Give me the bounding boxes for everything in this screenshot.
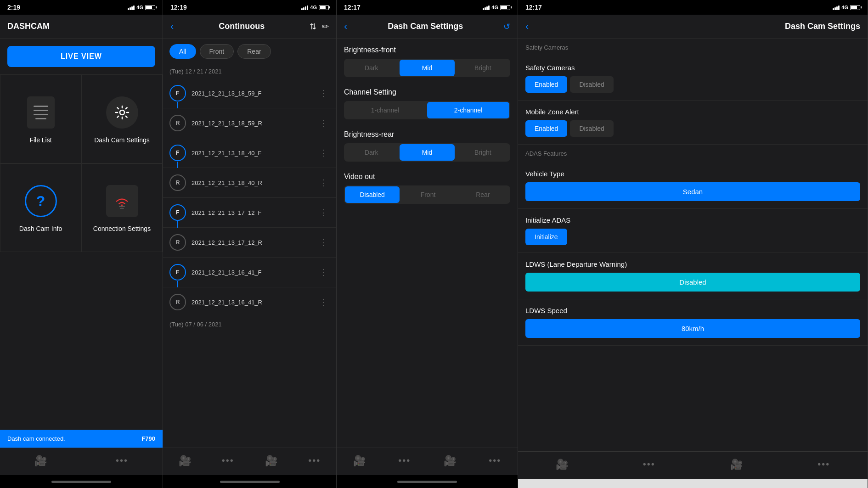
back-button-3[interactable]: ‹ xyxy=(344,21,347,33)
live-view-button[interactable]: LIVE VIEW xyxy=(7,46,155,67)
filter-bar: All Front Rear xyxy=(163,39,336,64)
battery-icon-4 xyxy=(850,5,860,10)
tab-camera-6[interactable]: 🎥 xyxy=(518,455,605,473)
edit-icon[interactable]: ✏ xyxy=(322,22,329,32)
tab-more-6[interactable]: ••• xyxy=(605,455,693,473)
safety-cameras-disabled[interactable]: Disabled xyxy=(570,76,613,93)
filter-rear[interactable]: Rear xyxy=(237,44,271,59)
file-menu-4[interactable]: ⋮ xyxy=(318,176,330,190)
file-menu-3[interactable]: ⋮ xyxy=(318,146,330,160)
file-row-6[interactable]: R 2021_12_21_13_17_12_R ⋮ xyxy=(163,228,336,258)
sort-icon[interactable]: ⇅ xyxy=(310,22,316,32)
tab-bar-4: 🎥 ••• 🎥 ••• xyxy=(518,451,868,479)
file-line-2 xyxy=(34,110,48,111)
camera-icon-5: 🎥 xyxy=(444,455,456,467)
signal-bars-3 xyxy=(483,5,490,10)
channel-label: Channel Setting xyxy=(344,88,510,96)
network-type-4: 4G xyxy=(841,5,848,10)
back-button-4[interactable]: ‹ xyxy=(525,21,529,33)
mobile-zone-disabled[interactable]: Disabled xyxy=(570,120,613,137)
setting-channel: Channel Setting 1-channel 2-channel xyxy=(344,88,510,119)
brightness-front-mid[interactable]: Mid xyxy=(400,60,454,76)
camera-icon-3: 🎥 xyxy=(265,455,277,467)
tab-more-1[interactable]: ••• xyxy=(81,452,163,470)
brightness-front-toggle: Dark Mid Bright xyxy=(344,59,510,77)
tab-more-5[interactable]: ••• xyxy=(473,452,518,470)
status-bar-4: 12:17 4G xyxy=(518,0,868,15)
grid-item-dash-cam-settings[interactable]: Dash Cam Settings xyxy=(81,74,163,163)
initialize-btn[interactable]: Initialize xyxy=(525,229,567,245)
mobile-zone-enabled[interactable]: Enabled xyxy=(525,120,567,137)
tab-camera-1[interactable]: 🎥 xyxy=(0,452,81,470)
grid-item-file-list[interactable]: File List xyxy=(0,74,81,163)
file-name-8: 2021_12_21_13_16_41_R xyxy=(192,299,318,306)
back-button-2[interactable]: ‹ xyxy=(170,21,174,33)
file-row-7[interactable]: F 2021_12_21_13_16_41_F ⋮ xyxy=(163,258,336,287)
file-row-8[interactable]: R 2021_12_21_13_16_41_R ⋮ xyxy=(163,287,336,317)
dots-icon-1: ••• xyxy=(116,455,128,466)
tab-camera-4[interactable]: 🎥 xyxy=(337,452,382,470)
ldws-speed-btn[interactable]: 80km/h xyxy=(525,319,860,338)
file-menu-8[interactable]: ⋮ xyxy=(318,295,330,309)
filter-all[interactable]: All xyxy=(169,44,196,59)
file-row-4[interactable]: R 2021_12_21_13_18_40_R ⋮ xyxy=(163,168,336,198)
safety-cameras-enabled[interactable]: Enabled xyxy=(525,76,567,93)
battery-icon-1 xyxy=(145,5,155,10)
tab-more-7[interactable]: ••• xyxy=(780,455,868,473)
file-list-label: File List xyxy=(29,136,51,144)
channel-2[interactable]: 2-channel xyxy=(427,102,509,118)
file-row-2[interactable]: R 2021_12_21_13_18_59_R ⋮ xyxy=(163,108,336,138)
badge-F-1: F xyxy=(169,85,186,101)
adas-item-ldws: LDWS (Lane Departure Warning) Disabled xyxy=(518,253,868,299)
refresh-icon[interactable]: ↺ xyxy=(503,22,510,32)
brightness-rear-mid[interactable]: Mid xyxy=(400,144,454,161)
file-row-5[interactable]: F 2021_12_21_13_17_12_F ⋮ xyxy=(163,198,336,228)
ldws-speed-label: LDWS Speed xyxy=(525,307,860,314)
status-bar-1: 2:19 4G xyxy=(0,0,163,15)
sig-2-3 xyxy=(305,6,306,10)
file-menu-1[interactable]: ⋮ xyxy=(318,86,330,100)
video-out-rear[interactable]: Rear xyxy=(456,185,510,204)
tab-camera-5[interactable]: 🎥 xyxy=(427,452,473,470)
video-out-disabled[interactable]: Disabled xyxy=(345,186,400,203)
brightness-rear-dark[interactable]: Dark xyxy=(344,143,399,162)
tab-more-2[interactable]: ••• xyxy=(206,452,249,470)
ldws-btn[interactable]: Disabled xyxy=(525,273,860,292)
video-out-front[interactable]: Front xyxy=(400,185,455,204)
camera-icon-1: 🎥 xyxy=(34,455,47,467)
file-menu-5[interactable]: ⋮ xyxy=(318,206,330,219)
sig-2-4 xyxy=(307,6,308,10)
grid-item-dash-cam-info[interactable]: ? Dash Cam Info xyxy=(0,163,81,252)
tab-camera-7[interactable]: 🎥 xyxy=(693,455,780,473)
brightness-front-bright[interactable]: Bright xyxy=(456,59,510,77)
file-menu-2[interactable]: ⋮ xyxy=(318,116,330,130)
grid-item-connection-settings[interactable]: Connection Settings xyxy=(81,163,163,252)
settings-scroll: Brightness-front Dark Mid Bright Channel… xyxy=(337,39,518,448)
panel3-title: Dash Cam Settings xyxy=(388,22,463,31)
sig-3-2 xyxy=(485,7,486,10)
safety-cameras-label: Safety Cameras xyxy=(525,64,860,72)
tab-more-3[interactable]: ••• xyxy=(293,452,336,470)
tab-camera-2[interactable]: 🎥 xyxy=(163,452,206,470)
file-line-4 xyxy=(35,118,46,119)
brightness-front-dark[interactable]: Dark xyxy=(344,59,399,77)
badge-R-3: R xyxy=(169,234,186,251)
camera-icon-6: 🎥 xyxy=(556,459,568,471)
tab-more-4[interactable]: ••• xyxy=(382,452,428,470)
filter-front[interactable]: Front xyxy=(200,44,234,59)
signal-bar-2 xyxy=(130,7,131,10)
vehicle-type-btn[interactable]: Sedan xyxy=(525,182,860,201)
file-menu-7[interactable]: ⋮ xyxy=(318,265,330,279)
signal-bars-1 xyxy=(128,5,135,10)
brightness-rear-bright[interactable]: Bright xyxy=(456,143,510,162)
file-row-1[interactable]: F 2021_12_21_13_18_59_F ⋮ xyxy=(163,79,336,108)
home-indicator-3 xyxy=(337,475,518,488)
file-row-3[interactable]: F 2021_12_21_13_18_40_F ⋮ xyxy=(163,138,336,168)
gear-svg xyxy=(113,103,131,122)
file-menu-6[interactable]: ⋮ xyxy=(318,236,330,249)
badge-F-2: F xyxy=(169,145,186,161)
tab-camera-3[interactable]: 🎥 xyxy=(250,452,293,470)
network-type-1: 4G xyxy=(136,5,143,10)
adas-item-ldws-speed: LDWS Speed 80km/h xyxy=(518,299,868,346)
channel-1[interactable]: 1-channel xyxy=(344,101,426,119)
